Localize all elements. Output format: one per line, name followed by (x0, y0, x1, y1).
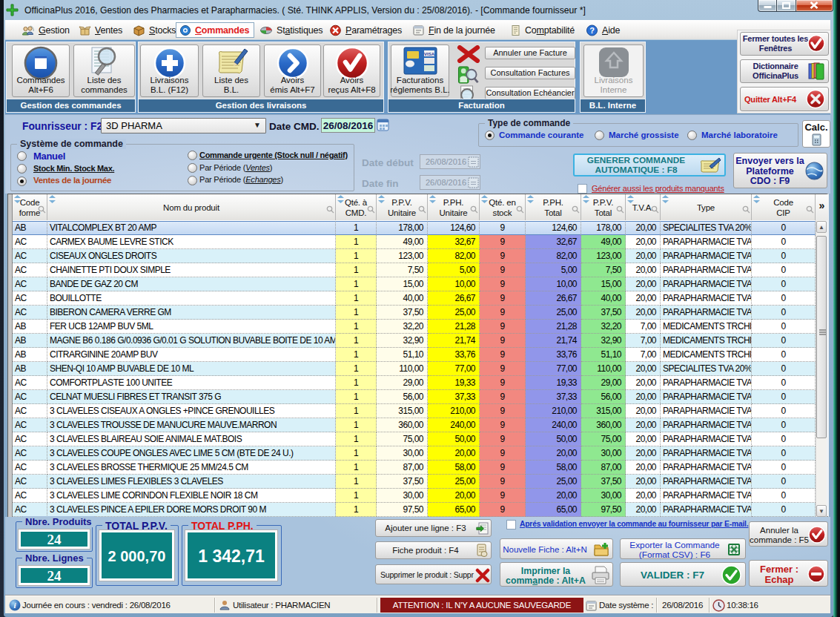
svg-text:?: ? (589, 26, 595, 35)
svg-text:VISA: VISA (423, 52, 434, 56)
